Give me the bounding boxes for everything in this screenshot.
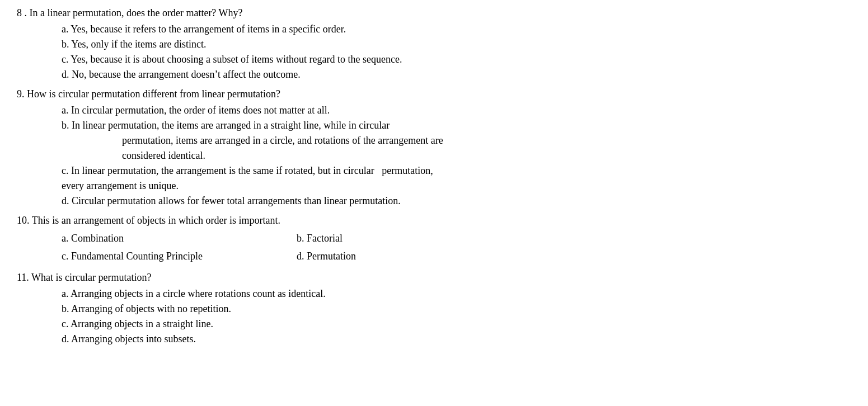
q11-body: What is circular permutation? (29, 272, 152, 283)
q10-options: a. Combination b. Factorial c. Fundament… (62, 229, 851, 266)
q10-text: 10. This is an arrangement of objects in… (17, 213, 851, 228)
question-8: 8 . In a linear permutation, does the or… (17, 6, 851, 82)
q11-text: 11. What is circular permutation? (17, 270, 851, 285)
question-11: 11. What is circular permutation? a. Arr… (17, 270, 851, 347)
question-10: 10. This is an arrangement of objects in… (17, 213, 851, 266)
q9-body: How is circular permutation different fr… (25, 88, 281, 100)
q10-option-c: c. Fundamental Counting Principle (62, 247, 297, 265)
q10-number: 10. (17, 215, 30, 226)
main-content: 8 . In a linear permutation, does the or… (17, 6, 851, 347)
question-9: 9. How is circular permutation different… (17, 87, 851, 209)
q11-option-a: a. Arranging objects in a circle where r… (62, 286, 851, 301)
q8-body: In a linear permutation, does the order … (27, 7, 243, 18)
q11-option-d: d. Arranging objects into subsets. (62, 332, 851, 347)
q8-option-a: a. Yes, because it refers to the arrange… (62, 22, 851, 37)
q10-body: This is an arrangement of objects in whi… (30, 215, 281, 226)
q9-option-b: b. In linear permutation, the items are … (62, 118, 851, 133)
q9-option-c-cont: every arrangement is unique. (62, 178, 851, 193)
q9-text: 9. How is circular permutation different… (17, 87, 851, 102)
q8-option-c: c. Yes, because it is about choosing a s… (62, 52, 851, 67)
q11-number: 11. (17, 272, 29, 283)
q11-option-b: b. Arranging of objects with no repetiti… (62, 301, 851, 317)
q9-number: 9. (17, 88, 25, 100)
q9-option-b-cont1: permutation, items are arranged in a cir… (122, 133, 851, 148)
q11-options: a. Arranging objects in a circle where r… (62, 286, 851, 347)
q8-number: 8 . (17, 7, 27, 18)
q8-options: a. Yes, because it refers to the arrange… (62, 22, 851, 82)
q9-option-a: a. In circular permutation, the order of… (62, 103, 851, 118)
q8-text: 8 . In a linear permutation, does the or… (17, 6, 851, 21)
q9-option-b-cont2: considered identical. (122, 148, 851, 163)
q8-option-b: b. Yes, only if the items are distinct. (62, 37, 851, 52)
q10-option-d: d. Permutation (297, 247, 851, 265)
q9-options: a. In circular permutation, the order of… (62, 103, 851, 209)
q10-option-a: a. Combination (62, 229, 297, 247)
q9-option-d: d. Circular permutation allows for fewer… (62, 193, 851, 209)
q11-option-c: c. Arranging objects in a straight line. (62, 317, 851, 332)
q9-option-c: c. In linear permutation, the arrangemen… (62, 163, 851, 178)
q8-option-d: d. No, because the arrangement doesn’t a… (62, 67, 851, 82)
q10-option-b: b. Factorial (297, 229, 851, 247)
